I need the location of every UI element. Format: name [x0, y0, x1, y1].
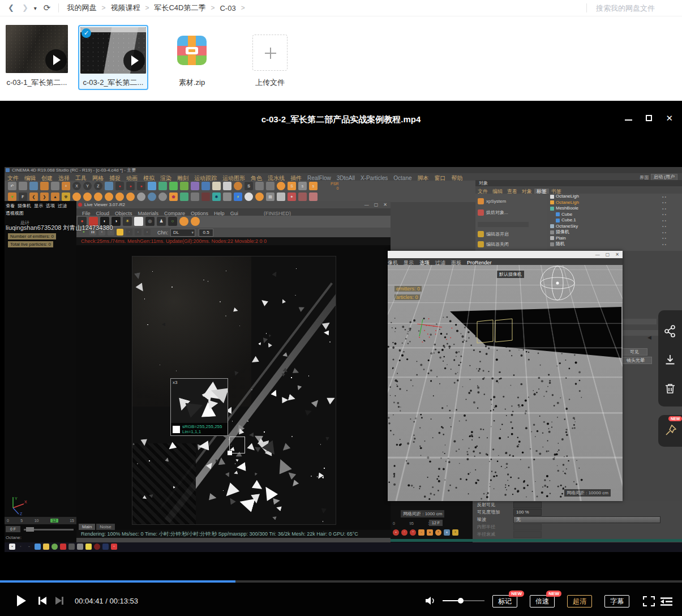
object-name: OctaneSky — [556, 224, 578, 229]
magnifier-inset: x3 sRGB=255,255,255 Lin=1,1,1 — [170, 378, 228, 436]
maximize-button[interactable] — [646, 115, 652, 121]
c4d-menu-item: 角色 — [248, 174, 265, 181]
toolbar-icon — [266, 182, 274, 190]
toolbar-icon — [105, 192, 113, 201]
sparkle — [308, 375, 310, 377]
upload-label[interactable]: 上传文件 — [245, 78, 295, 88]
c4d-menu-item: 插件 — [288, 174, 304, 181]
minimize-button[interactable] — [625, 119, 632, 121]
viewport-overlay — [388, 265, 623, 501]
toolbar-icon: ↶ — [8, 182, 16, 190]
object-name: Cube — [561, 212, 572, 217]
file-name[interactable]: 素材.zip — [169, 78, 215, 88]
toolbar-icon: S — [288, 182, 296, 190]
breadcrumb-item[interactable]: 视频课程 — [110, 3, 140, 13]
toolbar-icon — [201, 182, 210, 190]
toolbar-icon: + — [62, 182, 70, 190]
search-input[interactable] — [595, 3, 682, 13]
sparkle — [232, 421, 233, 422]
quality-button[interactable]: 超清 — [567, 595, 592, 608]
c4d-title-text: CINEMA 4D R19.068 Studio (RC - R19) - [c… — [12, 168, 136, 173]
toolbar-row: ↶+XYZ●●●SSss — [7, 181, 319, 191]
object-tags: •• — [662, 200, 667, 204]
c4d-menu-item: 脚本 — [415, 174, 432, 181]
toolbar-icon — [40, 182, 49, 190]
c4d-menu-item: 雕刻 — [174, 174, 191, 181]
toolbar-icon — [148, 182, 156, 190]
toolbar-icon — [223, 182, 231, 190]
zip-file-icon[interactable] — [177, 36, 207, 65]
timeline-tick: 5 — [20, 519, 23, 523]
fullscreen-icon[interactable] — [643, 596, 655, 606]
upload-file-button[interactable] — [252, 35, 288, 71]
sparkle — [220, 301, 221, 302]
toolbar-icon — [60, 544, 66, 550]
sidebar-entry: 编辑器开启 — [478, 231, 509, 237]
toolbar-icon — [309, 192, 318, 201]
forward-icon[interactable]: ❯ — [22, 0, 28, 16]
object-manager-menu-item: 书签 — [549, 189, 564, 194]
play-overlay-icon — [45, 49, 67, 71]
attribute-value — [513, 531, 542, 538]
viewport-window-menu-item: ProRender — [464, 260, 495, 265]
toolbar-icon: ❮ — [29, 192, 38, 201]
divider — [58, 3, 59, 12]
light-sphere-gizmo — [541, 266, 574, 300]
toolbar-icon: ○ — [18, 544, 24, 550]
viewport-window-menubar: 摄像机显示选项过滤面板ProRender — [388, 258, 623, 265]
play-button[interactable] — [17, 595, 26, 606]
previous-button[interactable] — [38, 597, 46, 605]
toolbar-icon — [105, 182, 113, 190]
toolbar-icon: + — [418, 529, 424, 536]
toolbar-icon — [52, 544, 58, 550]
mark-button[interactable]: 标记 NEW — [492, 595, 517, 608]
video-content[interactable]: CINEMA 4D R19.068 Studio (RC - R19) - [c… — [5, 167, 682, 552]
download-icon[interactable] — [664, 354, 676, 366]
close-button[interactable]: ✕ — [666, 114, 673, 122]
object-tree-row: Plain •• — [547, 236, 682, 242]
volume-knob[interactable] — [458, 598, 464, 604]
sparkle — [225, 315, 226, 316]
delete-icon[interactable] — [664, 383, 676, 395]
volume-icon[interactable] — [424, 596, 436, 606]
attribute-value — [513, 524, 542, 531]
viewport-menu: 查看摄像机显示选项过滤 — [6, 203, 76, 209]
sparkle — [295, 295, 296, 296]
file-thumbnail-video1[interactable] — [6, 25, 68, 73]
refresh-icon[interactable]: ⟳ — [44, 3, 51, 13]
sparkle — [176, 370, 177, 371]
object-name: Plain — [556, 236, 566, 241]
breadcrumb-item[interactable]: C-03 — [220, 4, 235, 12]
3d-viewport: 默认摄像机 emitters: 0 articles: 0 网格间距 : 100… — [388, 265, 623, 501]
emitters-counter: Number of emitters: 0 — [8, 233, 56, 239]
file-name[interactable]: c-03-2_军长第二... — [79, 78, 147, 88]
share-icon[interactable] — [664, 325, 676, 337]
search-area — [578, 3, 682, 13]
viewport-menu-item: 选项 — [46, 203, 55, 208]
toolbar-icon — [169, 182, 178, 190]
speed-button[interactable]: 倍速 NEW — [530, 595, 555, 608]
black-plane — [450, 307, 621, 358]
subtitle-button[interactable]: 字幕 — [604, 595, 629, 608]
breadcrumb-item[interactable]: 我的网盘 — [67, 3, 96, 13]
file-name[interactable]: c-03-1_军长第二... — [0, 78, 74, 88]
c4d-menu-item: 创建 — [38, 174, 55, 181]
object-tree-row: 摄像机 •• — [547, 229, 682, 236]
next-button[interactable] — [55, 597, 63, 605]
toolbar-icon: ⬟ — [169, 192, 178, 201]
attribute-label: 可见度增加 — [477, 509, 510, 515]
history-caret-icon[interactable]: ▾ — [34, 5, 37, 11]
particles-counter-cut: articles: 0 — [394, 294, 420, 300]
play-overlay-icon — [123, 50, 145, 71]
attribute-row: 反射可见 — [473, 501, 682, 508]
toolbar-icon: ▲ — [51, 192, 59, 201]
toolbar-icon: E — [452, 529, 458, 536]
toolbar-icon — [126, 192, 135, 201]
pin-icon[interactable] — [664, 424, 677, 438]
back-icon[interactable]: ❮ — [8, 0, 14, 16]
window-controls: ✕ — [625, 113, 673, 122]
breadcrumb-item[interactable]: 军长C4D第二季 — [154, 3, 205, 13]
timeline-slider — [24, 529, 74, 531]
toolbar-icon: ✱ — [212, 192, 221, 201]
playlist-icon[interactable] — [660, 597, 673, 606]
